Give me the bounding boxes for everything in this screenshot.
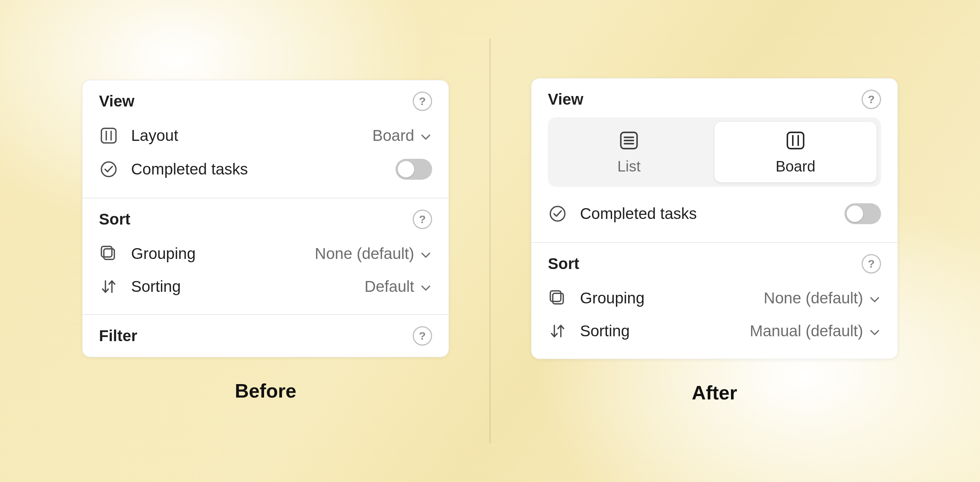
help-icon[interactable]: ? [862,90,881,109]
grouping-icon [548,289,567,308]
layout-value: Board [372,127,414,145]
sorting-value: Default [364,278,414,295]
layout-option-board-label: Board [776,158,816,175]
completed-tasks-toggle[interactable] [396,159,432,180]
after-panel: View ? List Board [531,78,898,359]
before-caption: Before [235,380,296,402]
before-panel: View ? Layout Board [82,80,449,357]
sort-section-title: Sort [99,211,130,228]
check-circle-icon [99,160,118,179]
help-icon[interactable]: ? [413,91,432,111]
after-caption: After [692,381,737,404]
layout-option-list-label: List [617,158,641,175]
chevron-down-icon [419,247,432,260]
layout-label: Layout [131,127,178,145]
grouping-value-dropdown[interactable]: None (default) [315,245,432,263]
help-icon[interactable]: ? [413,210,432,229]
chevron-down-icon [419,129,432,142]
sort-section: Sort ? Grouping None (default) [83,198,449,314]
check-circle-icon [548,204,567,223]
sorting-label: Sorting [131,278,181,295]
view-section-title: View [99,92,134,110]
after-column: View ? List Board [531,78,898,404]
grouping-row[interactable]: Grouping None (default) [548,282,881,314]
layout-segmented-control: List Board [548,117,881,187]
completed-tasks-label: Completed tasks [131,160,248,178]
chevron-down-icon [419,280,432,293]
grouping-label: Grouping [131,245,196,263]
view-section: View ? Layout Board [83,80,449,198]
sorting-row[interactable]: Sorting Manual (default) [548,314,881,348]
sorting-value-dropdown[interactable]: Manual (default) [750,322,881,340]
sorting-arrows-icon [548,321,567,341]
completed-tasks-row: Completed tasks [99,152,432,187]
sorting-label: Sorting [580,322,630,340]
sort-section: Sort ? Grouping None (default) [531,242,897,359]
sorting-value: Manual (default) [750,322,864,340]
grouping-icon [99,244,118,263]
layout-value-dropdown[interactable]: Board [372,127,432,145]
layout-option-list[interactable]: List [548,117,710,187]
view-section-title: View [548,90,583,109]
filter-section-title: Filter [99,327,137,345]
completed-tasks-label: Completed tasks [580,205,697,223]
board-columns-icon [785,130,807,151]
help-icon[interactable]: ? [862,254,881,273]
sorting-value-dropdown[interactable]: Default [364,278,432,295]
filter-section: Filter ? [83,314,449,357]
grouping-label: Grouping [580,289,644,307]
sort-section-title: Sort [548,255,579,273]
before-column: View ? Layout Board [82,80,449,402]
help-icon[interactable]: ? [413,326,432,346]
layout-row[interactable]: Layout Board [99,119,432,152]
grouping-value-dropdown[interactable]: None (default) [764,289,881,307]
sorting-arrows-icon [99,277,118,296]
completed-tasks-toggle[interactable] [845,203,881,224]
grouping-value: None (default) [315,245,414,263]
grouping-value: None (default) [764,289,863,307]
chevron-down-icon [868,325,881,337]
view-section: View ? List Board [531,78,897,242]
chevron-down-icon [868,292,881,305]
board-columns-icon [99,126,118,145]
completed-tasks-row: Completed tasks [548,196,881,231]
sorting-row[interactable]: Sorting Default [99,270,432,303]
layout-option-board[interactable]: Board [714,122,877,182]
grouping-row[interactable]: Grouping None (default) [99,237,432,270]
list-icon [618,130,640,151]
